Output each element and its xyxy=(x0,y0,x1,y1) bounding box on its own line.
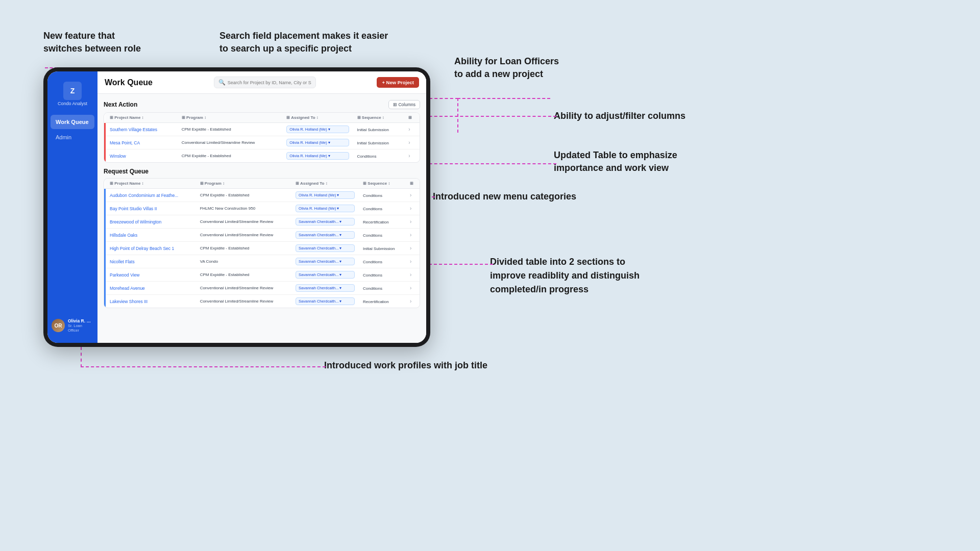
cell-program: Conventional Limited/Streamline Review xyxy=(196,295,291,308)
row-chevron-button[interactable]: › xyxy=(408,153,410,159)
cell-action-btn: › xyxy=(404,149,420,163)
assigned-dropdown[interactable]: Olivia R. Holland (Me) ▾ xyxy=(296,191,355,199)
cell-assigned: Savannah Cherdcaith... ▾ xyxy=(291,295,359,308)
cell-action-btn: › xyxy=(406,295,420,308)
project-link[interactable]: Bay Point Studio Villas II xyxy=(110,206,157,211)
row-chevron-button[interactable]: › xyxy=(408,127,410,132)
project-link[interactable]: Hillsdale Oaks xyxy=(110,233,137,238)
assigned-dropdown[interactable]: Savannah Cherdcaith... ▾ xyxy=(296,284,355,292)
assigned-dropdown[interactable]: Olivia R. Holland (Me) ▾ xyxy=(286,152,349,160)
row-chevron-button[interactable]: › xyxy=(408,140,410,145)
assigned-dropdown[interactable]: Savannah Cherdcaith... ▾ xyxy=(296,231,355,239)
project-link[interactable]: Nicollet Flats xyxy=(110,259,135,264)
cell-project: Audubon Condominium at Feathe... xyxy=(105,189,196,202)
request-queue-row: Bay Point Studio Villas II FHLMC New Con… xyxy=(105,202,420,215)
assigned-dropdown[interactable]: Savannah Cherdcaith... ▾ xyxy=(296,297,355,305)
row-chevron-button[interactable]: › xyxy=(410,245,411,251)
col-project-name[interactable]: ⊞ Project Name ↕ xyxy=(105,113,178,123)
sequence-value: Conditions xyxy=(363,207,382,211)
col-assigned[interactable]: ⊞ Assigned To ↕ xyxy=(282,113,353,123)
sidebar-user-info: Olivia R. Holland Sr. Loan Officer xyxy=(68,318,93,333)
row-chevron-button[interactable]: › xyxy=(410,206,411,211)
sequence-value: Conditions xyxy=(363,233,382,238)
next-action-section-header: Next Action ⊞ Columns xyxy=(104,100,420,109)
assigned-dropdown[interactable]: Savannah Cherdcaith... ▾ xyxy=(296,258,355,265)
project-link[interactable]: Southern Village Estates xyxy=(110,127,157,132)
search-input[interactable] xyxy=(228,80,311,85)
row-chevron-button[interactable]: › xyxy=(410,298,411,304)
cell-sequence: Recertification xyxy=(359,215,406,229)
cell-program: FHLMC New Construction 950 xyxy=(196,202,291,215)
dashed-line-columns-h xyxy=(408,116,556,117)
row-chevron-button[interactable]: › xyxy=(410,259,411,264)
cell-project: Lakeview Shores III xyxy=(105,295,196,308)
annotation-menu-categories: Introduced new menu categories xyxy=(433,190,576,203)
sidebar-user-profile: OR Olivia R. Holland Sr. Loan Officer xyxy=(47,314,97,337)
row-chevron-button[interactable]: › xyxy=(410,285,411,291)
sidebar-item-workqueue[interactable]: Work Queue xyxy=(51,115,94,129)
col-program[interactable]: ⊞ Program ↕ xyxy=(178,113,283,123)
col-actions-rq: ⊞ xyxy=(406,179,420,189)
request-queue-header-row: ⊞ Project Name ↕ ⊞ Program ↕ ⊞ Assigned … xyxy=(105,179,420,189)
sequence-value: Initial Submission xyxy=(357,141,389,145)
cell-program: CPM Expidite - Established xyxy=(178,149,283,163)
cell-project: Breezewood of Wilmington xyxy=(105,215,196,229)
sidebar-item-admin[interactable]: Admin xyxy=(51,130,94,144)
row-chevron-button[interactable]: › xyxy=(410,232,411,238)
cell-project: Bay Point Studio Villas II xyxy=(105,202,196,215)
project-link[interactable]: Audubon Condominium at Feathe... xyxy=(110,193,178,198)
columns-button[interactable]: ⊞ Columns xyxy=(388,100,420,109)
cell-program: CPM Expidite - Established xyxy=(196,268,291,282)
project-link[interactable]: Parkwood View xyxy=(110,272,139,278)
col-program-rq[interactable]: ⊞ Program ↕ xyxy=(196,179,291,189)
row-chevron-button[interactable]: › xyxy=(410,219,411,224)
new-project-button[interactable]: + New Project xyxy=(377,77,419,88)
assigned-dropdown[interactable]: Olivia R. Holland (Me) ▾ xyxy=(296,205,355,212)
project-link[interactable]: Winslow xyxy=(110,154,126,159)
cell-assigned: Olivia R. Holland (Me) ▾ xyxy=(291,202,359,215)
cell-action-btn: › xyxy=(406,229,420,242)
cell-action-btn: › xyxy=(406,268,420,282)
dashed-line-newproject-v xyxy=(457,98,458,133)
row-chevron-button[interactable]: › xyxy=(410,192,411,198)
project-link[interactable]: Morehead Avenue xyxy=(110,286,145,291)
assigned-dropdown[interactable]: Olivia R. Holland (Me) ▾ xyxy=(286,126,349,133)
sequence-value: Recertification xyxy=(363,299,389,304)
cell-assigned: Savannah Cherdcaith... ▾ xyxy=(291,229,359,242)
project-link[interactable]: Lakeview Shores III xyxy=(110,299,148,304)
cell-project: Mesa Point, CA xyxy=(105,136,178,149)
sequence-value: Conditions xyxy=(363,286,382,291)
project-link[interactable]: High Point of Delray Beach Sec 1 xyxy=(110,246,174,251)
row-chevron-button[interactable]: › xyxy=(410,272,411,278)
cell-action-btn: › xyxy=(406,215,420,229)
request-queue-row: Audubon Condominium at Feathe... CPM Exp… xyxy=(105,189,420,202)
annotation-search-placement: Search field placement makes it easier t… xyxy=(219,30,388,55)
request-queue-table-element: ⊞ Project Name ↕ ⊞ Program ↕ ⊞ Assigned … xyxy=(104,179,420,308)
next-action-table-element: ⊞ Project Name ↕ ⊞ Program ↕ ⊞ Assigned … xyxy=(104,113,420,162)
request-queue-row: High Point of Delray Beach Sec 1 CPM Exp… xyxy=(105,242,420,255)
annotation-updated-table: Updated Table to emphasize importance an… xyxy=(554,149,677,174)
request-queue-row: Nicollet Flats VA Condo Savannah Cherdca… xyxy=(105,255,420,268)
cell-program: CPM Expidite - Established xyxy=(196,189,291,202)
col-project-name-rq[interactable]: ⊞ Project Name ↕ xyxy=(105,179,196,189)
cell-sequence: Conditions xyxy=(353,149,405,163)
cell-sequence: Conditions xyxy=(359,282,406,295)
request-queue-table: ⊞ Project Name ↕ ⊞ Program ↕ ⊞ Assigned … xyxy=(104,178,420,308)
project-link[interactable]: Breezewood of Wilmington xyxy=(110,219,161,224)
cell-program: Conventional Limited/Streamline Review xyxy=(178,136,283,149)
sidebar-user-role: Sr. Loan Officer xyxy=(68,323,93,333)
assigned-dropdown[interactable]: Savannah Cherdcaith... ▾ xyxy=(296,218,355,226)
cell-project: Nicollet Flats xyxy=(105,255,196,268)
col-sequence[interactable]: ⊞ Sequence ↕ xyxy=(353,113,405,123)
col-assigned-rq[interactable]: ⊞ Assigned To ↕ xyxy=(291,179,359,189)
assigned-dropdown[interactable]: Savannah Cherdcaith... ▾ xyxy=(296,271,355,279)
sequence-value: Conditions xyxy=(363,273,382,278)
col-sequence-rq[interactable]: ⊞ Sequence ↕ xyxy=(359,179,406,189)
table-area[interactable]: Next Action ⊞ Columns ⊞ Project Name ↕ ⊞… xyxy=(97,94,426,343)
assigned-dropdown[interactable]: Olivia R. Holland (Me) ▾ xyxy=(286,139,349,146)
cell-program: Conventional Limited/Streamline Review xyxy=(196,215,291,229)
project-link[interactable]: Mesa Point, CA xyxy=(110,140,140,145)
assigned-dropdown[interactable]: Savannah Cherdcaith... ▾ xyxy=(296,244,355,252)
sequence-value: Initial Submission xyxy=(363,246,395,251)
search-bar[interactable]: 🔍 xyxy=(214,77,316,88)
